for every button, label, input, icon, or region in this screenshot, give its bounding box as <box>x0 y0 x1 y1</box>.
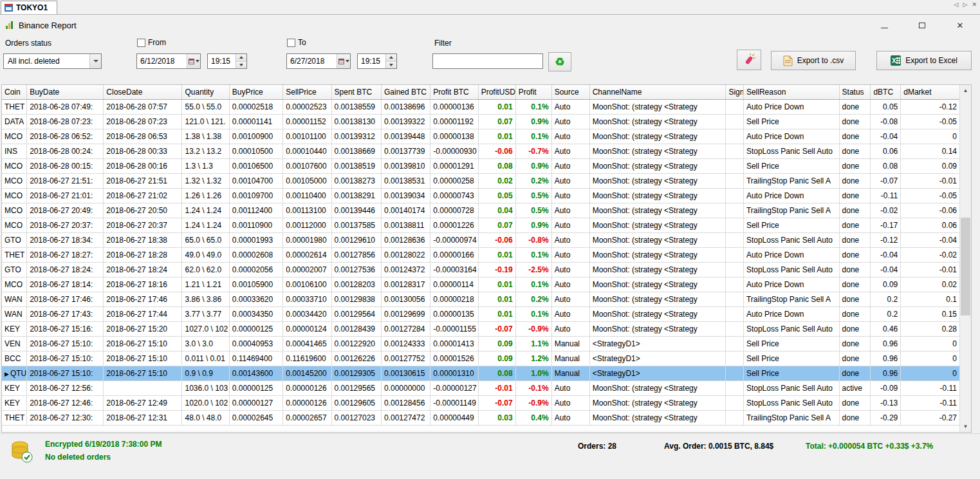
spin-down-icon[interactable] <box>386 62 396 69</box>
cell-signal <box>726 232 743 247</box>
table-row[interactable]: MCO2018-06-27 21:01:2018-06-27 21:021.26… <box>2 188 959 203</box>
cell-profit_btc: 0.00000166 <box>430 247 478 262</box>
export-excel-button[interactable]: X Export to Excel <box>876 51 972 70</box>
column-header-sell_reason[interactable]: SellReason <box>743 85 839 99</box>
cell-buy_date: 2018-06-27 20:37: <box>27 218 104 232</box>
filter-input[interactable] <box>432 53 543 69</box>
table-row[interactable]: WAN2018-06-27 17:43:2018-06-27 17:443.77… <box>2 306 959 321</box>
nav-forward-icon[interactable]: ▷ <box>963 1 968 8</box>
column-header-quantity[interactable]: Quantity <box>182 85 229 99</box>
chevron-down-icon[interactable] <box>89 54 101 68</box>
column-header-buy_price[interactable]: BuyPrice <box>229 85 282 99</box>
table-row[interactable]: ▶QTUM2018-06-27 15:10:2018-06-27 15:100.… <box>2 366 959 380</box>
cell-channel_name: MoonShot: (strategy <Strategy <box>589 173 726 188</box>
cell-dmarket: 0 <box>901 336 959 351</box>
calendar-dropdown-icon[interactable] <box>187 54 200 68</box>
table-row[interactable]: KEY2018-06-27 12:46:2018-06-27 12:491020… <box>2 395 959 410</box>
column-header-profit_btc[interactable]: Profit BTC <box>430 85 478 99</box>
cell-buy_price: 0.00033620 <box>229 292 282 306</box>
send-report-button[interactable] <box>737 50 761 70</box>
table-row[interactable]: GTO2018-06-27 18:24:2018-06-27 18:2462.0… <box>2 262 959 277</box>
column-header-profit_usdt[interactable]: ProfitUSDT <box>478 85 515 99</box>
column-header-dmarket[interactable]: dMarket <box>901 85 959 99</box>
from-time-spinner[interactable]: 19:15 <box>207 53 247 69</box>
vertical-scrollbar[interactable]: ▲ ▼ <box>959 85 971 432</box>
time-spin-buttons[interactable] <box>236 54 246 68</box>
cell-dbtc: 0.46 <box>871 321 901 336</box>
table-row[interactable]: WAN2018-06-27 17:46:2018-06-27 17:463.86… <box>2 292 959 306</box>
column-header-buy_date[interactable]: BuyDate <box>27 85 104 99</box>
cell-profit_usdt: 0.01 <box>478 247 515 262</box>
table-row[interactable]: KEY2018-06-27 12:56:1036.0 \ 1030.000001… <box>2 380 959 395</box>
column-header-gained_btc[interactable]: Gained BTC <box>381 85 430 99</box>
cell-profit_pct: -0.9% <box>515 321 551 336</box>
table-row[interactable]: MCO2018-06-28 00:15:2018-06-28 00:161.3 … <box>2 158 959 173</box>
table-row[interactable]: MCO2018-06-27 20:37:2018-06-27 20:371.24… <box>2 218 959 232</box>
cell-buy_price: 0.00000125 <box>229 380 282 395</box>
calendar-dropdown-icon[interactable] <box>337 54 350 68</box>
table-row[interactable]: MCO2018-06-28 06:52:2018-06-28 06:531.38… <box>2 129 959 144</box>
from-date-picker[interactable]: 6/12/2018 <box>136 53 201 69</box>
table-row[interactable]: THET2018-06-28 07:49:2018-06-28 07:5755.… <box>2 99 959 114</box>
column-header-channel_name[interactable]: ChannelName <box>589 85 726 99</box>
cell-gained_btc: 0.00130056 <box>381 292 430 306</box>
table-row[interactable]: MCO2018-06-27 21:51:2018-06-27 21:511.32… <box>2 173 959 188</box>
cell-sell_price: 0.00001980 <box>283 232 331 247</box>
table-row[interactable]: MCO2018-06-27 20:49:2018-06-27 20:501.24… <box>2 203 959 218</box>
orders-status-select[interactable]: All incl. deleted <box>3 53 102 69</box>
spin-down-icon[interactable] <box>236 62 246 69</box>
to-date-picker[interactable]: 6/27/2018 <box>286 53 351 69</box>
cell-gained_btc: 0.00124333 <box>381 336 430 351</box>
export-csv-button[interactable]: Export to .csv <box>771 51 856 70</box>
cell-sell_price: 0.00010440 <box>283 144 331 158</box>
to-time-spinner[interactable]: 19:15 <box>357 53 397 69</box>
cell-profit_btc: 0.00001226 <box>430 218 478 232</box>
maximize-button[interactable] <box>918 21 927 30</box>
spin-up-icon[interactable] <box>386 54 396 62</box>
cell-sell_reason: Auto Price Down <box>743 277 839 292</box>
minimize-button[interactable] <box>880 21 889 30</box>
nav-back-icon[interactable]: ◁ <box>954 1 959 8</box>
close-button[interactable]: ✕ <box>956 21 965 30</box>
apply-filter-button[interactable]: ♻ <box>548 52 571 71</box>
to-checkbox[interactable] <box>287 39 295 47</box>
cell-source: Manual <box>551 351 589 366</box>
table-row[interactable]: BCC2018-06-27 15:10:2018-06-27 15:100.01… <box>2 351 959 366</box>
table-row[interactable]: DATA2018-06-28 07:23:2018-06-28 07:23121… <box>2 114 959 129</box>
column-header-coin[interactable]: Coin <box>2 85 27 99</box>
column-header-source[interactable]: Source <box>551 85 589 99</box>
column-header-profit_pct[interactable]: Profit <box>515 85 551 99</box>
tab-tokyo1[interactable]: TOKYO1 <box>1 1 57 14</box>
scroll-up-icon[interactable]: ▲ <box>960 85 971 96</box>
column-header-dbtc[interactable]: dBTC <box>871 85 901 99</box>
cell-dmarket: -0.27 <box>901 410 959 425</box>
tab-close-icon[interactable]: ✕ <box>972 1 977 8</box>
column-header-spent_btc[interactable]: Spent BTC <box>331 85 381 99</box>
table-row[interactable]: MCO2018-06-27 18:14:2018-06-27 18:161.21… <box>2 277 959 292</box>
cell-dbtc: -0.17 <box>871 218 901 232</box>
cell-sell_price: 0.00112000 <box>283 218 331 232</box>
scrollbar-thumb[interactable] <box>961 218 970 315</box>
from-checkbox-row: From <box>137 38 166 47</box>
table-row[interactable]: KEY2018-06-27 15:16:2018-06-27 15:201027… <box>2 321 959 336</box>
spin-up-icon[interactable] <box>236 54 246 62</box>
table-row[interactable]: THET2018-06-27 12:30:2018-06-27 12:3148.… <box>2 410 959 425</box>
cell-coin: WAN <box>2 292 27 306</box>
column-header-close_date[interactable]: CloseDate <box>104 85 182 99</box>
time-spin-buttons[interactable] <box>385 54 396 68</box>
table-row[interactable]: VEN2018-06-27 15:10:2018-06-27 15:103.0 … <box>2 336 959 351</box>
scroll-down-icon[interactable]: ▼ <box>960 421 971 432</box>
cell-source: Auto <box>551 203 589 218</box>
table-row[interactable]: INS2018-06-28 00:24:2018-06-28 00:3313.2… <box>2 144 959 158</box>
cell-dbtc: 0.06 <box>871 144 901 158</box>
cell-sell_price: 0.00000126 <box>283 380 331 395</box>
column-header-sell_price[interactable]: SellPrice <box>283 85 331 99</box>
table-row[interactable]: GTO2018-06-27 18:34:2018-06-27 18:3865.0… <box>2 232 959 247</box>
column-header-signal[interactable]: Signal <box>726 85 743 99</box>
cell-buy_price: 0.00100900 <box>229 129 282 144</box>
cell-sell_price: 0.00000126 <box>283 395 331 410</box>
table-row[interactable]: THET2018-06-27 18:27:2018-06-27 18:2849.… <box>2 247 959 262</box>
cell-signal <box>726 277 743 292</box>
column-header-status[interactable]: Status <box>839 85 871 99</box>
from-checkbox[interactable] <box>137 39 145 47</box>
